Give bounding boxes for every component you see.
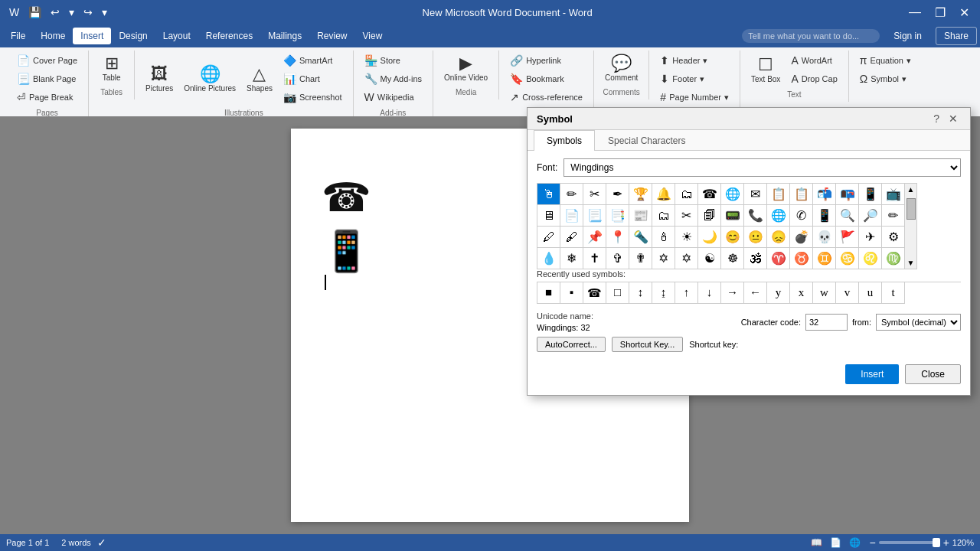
proofing-icon[interactable]: ✓ <box>97 536 106 549</box>
tab-symbols[interactable]: Symbols <box>534 130 595 151</box>
sym-cell-26[interactable]: 🌐 <box>767 205 790 227</box>
ru-cell-14[interactable]: u <box>859 282 882 304</box>
sym-cell-18[interactable]: 📃 <box>583 205 606 227</box>
close-button[interactable]: Close <box>905 364 961 384</box>
sym-cell-4[interactable]: 🏆 <box>629 184 652 205</box>
scroll-down-button[interactable]: ▼ <box>906 257 916 269</box>
sym-cell-51[interactable]: ✞ <box>606 248 629 269</box>
sym-cell-35[interactable]: 📍 <box>606 227 629 248</box>
chart-button[interactable]: 📊 Chart <box>279 70 347 87</box>
sym-cell-25[interactable]: 📞 <box>744 205 767 227</box>
sym-cell-43[interactable]: 💣 <box>790 227 813 248</box>
sym-cell-59[interactable]: ♉ <box>790 248 813 269</box>
sym-cell-46[interactable]: ✈ <box>859 227 882 248</box>
cross-reference-button[interactable]: ↗ Cross-reference <box>505 89 587 106</box>
ru-cell-9[interactable]: ← <box>744 282 767 304</box>
sym-cell-36[interactable]: 🔦 <box>629 227 652 248</box>
zoom-out-button[interactable]: − <box>869 536 875 549</box>
sym-cell-50[interactable]: ✝ <box>583 248 606 269</box>
sym-cell-21[interactable]: 🗂 <box>652 205 675 227</box>
sym-cell-60[interactable]: ♊ <box>813 248 836 269</box>
minimize-button[interactable]: — <box>904 4 926 21</box>
sym-cell-56[interactable]: ☸ <box>721 248 744 269</box>
undo-button[interactable]: ↩ <box>47 5 63 20</box>
from-select[interactable]: Symbol (decimal) <box>876 314 961 331</box>
sym-cell-31[interactable]: ✏ <box>882 205 905 227</box>
my-addins-button[interactable]: 🔧 My Add-ins <box>360 70 426 87</box>
hyperlink-button[interactable]: 🔗 Hyperlink <box>505 52 587 69</box>
sym-cell-17[interactable]: 📄 <box>560 205 583 227</box>
sym-cell-49[interactable]: ❄ <box>560 248 583 269</box>
table-button[interactable]: ⊞ Table <box>96 52 127 85</box>
sym-cell-32[interactable]: 🖊 <box>537 227 560 248</box>
ru-cell-5[interactable]: ↨ <box>652 282 675 304</box>
sym-cell-11[interactable]: 📋 <box>790 184 813 205</box>
dialog-close-button[interactable]: ✕ <box>946 112 961 125</box>
sym-cell-34[interactable]: 📌 <box>583 227 606 248</box>
sym-cell-42[interactable]: 😞 <box>767 227 790 248</box>
sym-cell-3[interactable]: ✒ <box>606 184 629 205</box>
sym-cell-53[interactable]: ✡ <box>652 248 675 269</box>
menu-mailings[interactable]: Mailings <box>260 28 309 44</box>
sym-cell-57[interactable]: 🕉 <box>744 248 767 269</box>
scroll-up-button[interactable]: ▲ <box>906 184 916 195</box>
sym-cell-40[interactable]: 😊 <box>721 227 744 248</box>
menu-home[interactable]: Home <box>33 28 73 44</box>
sym-cell-0[interactable]: 🖱 <box>537 184 560 205</box>
equation-button[interactable]: π Equation▾ <box>855 52 916 69</box>
ru-cell-10[interactable]: y <box>767 282 790 304</box>
share-button[interactable]: Share <box>936 27 977 45</box>
shortcut-key-button[interactable]: Shortcut Key... <box>612 337 683 352</box>
store-button[interactable]: 🏪 Store <box>360 52 426 69</box>
sym-cell-22[interactable]: ✂ <box>675 205 698 227</box>
page-number-button[interactable]: # Page Number▾ <box>655 89 733 106</box>
sym-cell-63[interactable]: ♍ <box>882 248 905 269</box>
sym-cell-7[interactable]: ☎ <box>698 184 721 205</box>
sym-cell-8[interactable]: 🌐 <box>721 184 744 205</box>
sign-in-button[interactable]: Sign in <box>886 28 929 44</box>
online-pictures-button[interactable]: 🌐 Online Pictures <box>179 63 240 96</box>
zoom-slider-track[interactable] <box>879 541 940 544</box>
wordart-button[interactable]: A WordArt <box>786 52 841 69</box>
sym-cell-28[interactable]: 📱 <box>813 205 836 227</box>
ru-cell-12[interactable]: w <box>813 282 836 304</box>
print-layout-button[interactable]: 📄 <box>828 536 844 549</box>
footer-button[interactable]: ⬇ Footer▾ <box>655 70 733 87</box>
page-break-button[interactable]: ⏎ Page Break <box>12 89 82 106</box>
sym-cell-24[interactable]: 📟 <box>721 205 744 227</box>
blank-page-button[interactable]: 📃 Blank Page <box>12 70 82 87</box>
sym-cell-54[interactable]: ✡ <box>675 248 698 269</box>
tab-special-characters[interactable]: Special Characters <box>595 130 698 151</box>
sym-cell-62[interactable]: ♌ <box>859 248 882 269</box>
sym-cell-14[interactable]: 📱 <box>859 184 882 205</box>
ru-cell-6[interactable]: ↑ <box>675 282 698 304</box>
sym-cell-55[interactable]: ☯ <box>698 248 721 269</box>
cover-page-button[interactable]: 📄 Cover Page <box>12 52 82 69</box>
menu-layout[interactable]: Layout <box>155 28 198 44</box>
menu-references[interactable]: References <box>198 28 260 44</box>
bookmark-button[interactable]: 🔖 Bookmark <box>505 70 587 87</box>
sym-cell-5[interactable]: 🔔 <box>652 184 675 205</box>
autocorrect-button[interactable]: AutoCorrect... <box>537 337 606 352</box>
text-box-button[interactable]: ☐ Text Box <box>746 54 785 86</box>
sym-cell-13[interactable]: 📭 <box>836 184 859 205</box>
menu-view[interactable]: View <box>355 28 390 44</box>
header-button[interactable]: ⬆ Header▾ <box>655 52 733 69</box>
screenshot-button[interactable]: 📷 Screenshot <box>279 89 347 106</box>
font-select[interactable]: Wingdings <box>564 158 961 177</box>
restore-button[interactable]: ❐ <box>930 4 950 21</box>
ru-cell-3[interactable]: □ <box>606 282 629 304</box>
sym-cell-2[interactable]: ✂ <box>583 184 606 205</box>
sym-cell-38[interactable]: ☀ <box>675 227 698 248</box>
comment-button[interactable]: 💬 Comment <box>600 52 642 85</box>
sym-cell-1[interactable]: ✏ <box>560 184 583 205</box>
sym-cell-16[interactable]: 🖥 <box>537 205 560 227</box>
sym-cell-37[interactable]: 🕯 <box>652 227 675 248</box>
sym-cell-47[interactable]: ⚙ <box>882 227 905 248</box>
close-window-button[interactable]: ✕ <box>955 4 974 21</box>
save-button[interactable]: 💾 <box>25 5 44 20</box>
sym-cell-44[interactable]: 💀 <box>813 227 836 248</box>
shapes-button[interactable]: △ Shapes <box>242 63 277 96</box>
read-mode-button[interactable]: 📖 <box>808 536 825 549</box>
pictures-button[interactable]: 🖼 Pictures <box>141 63 178 96</box>
